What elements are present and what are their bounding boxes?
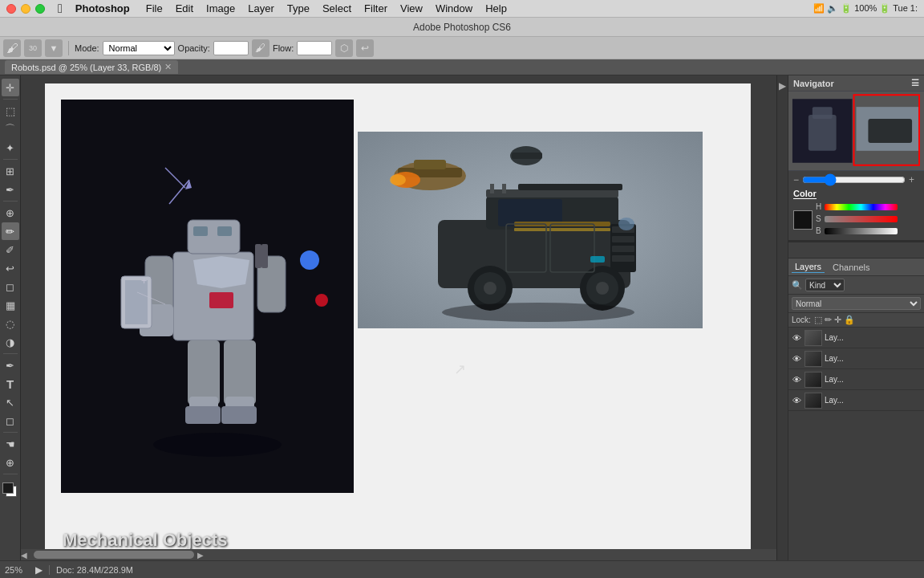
car-artwork <box>358 132 703 328</box>
lock-position-icon[interactable]: ✛ <box>834 315 841 325</box>
erase-to-history-icon[interactable]: ↩ <box>356 39 374 57</box>
filter-kind-select[interactable]: Kind Name Effect <box>805 279 845 291</box>
layer-row[interactable]: 👁 Lay... <box>788 390 924 411</box>
hue-slider[interactable] <box>825 204 898 210</box>
layer-mode-select[interactable]: Normal Multiply Screen <box>792 297 921 310</box>
panel-gap <box>788 242 924 258</box>
car-panel <box>358 132 703 328</box>
menu-apple[interactable]:  <box>51 0 69 17</box>
tool-move[interactable]: ✛ <box>2 79 19 96</box>
svg-point-19 <box>153 433 282 457</box>
lock-all-icon[interactable]: 🔒 <box>844 315 855 325</box>
status-playback-btn[interactable]: ▶ <box>35 564 43 576</box>
panel-collapse-toggle[interactable]: ▶ <box>776 75 788 560</box>
svg-rect-63 <box>813 107 833 119</box>
lock-transparent-icon[interactable]: ⬚ <box>814 315 822 325</box>
layer-row[interactable]: 👁 Lay... <box>788 328 924 348</box>
zoom-decrease-btn[interactable]: − <box>793 174 799 185</box>
channels-tab[interactable]: Channels <box>829 262 873 273</box>
canvas-label: Mechanical Objects <box>63 530 227 550</box>
svg-rect-38 <box>612 246 634 252</box>
opacity-input[interactable]: 100% <box>213 41 249 55</box>
layer-visibility-toggle[interactable]: 👁 <box>791 333 802 343</box>
airbrush-icon[interactable]: 🖌 <box>252 39 270 57</box>
tool-magic-wand[interactable]: ✦ <box>2 139 19 157</box>
tool-pen[interactable]: ✒ <box>2 356 19 374</box>
tool-lasso[interactable]: ⌒ <box>2 120 19 138</box>
menu-layer[interactable]: Layer <box>241 0 281 17</box>
tool-history[interactable]: ↩ <box>2 259 19 277</box>
sat-slider[interactable] <box>825 216 898 222</box>
foreground-color-swatch[interactable] <box>2 482 14 494</box>
zoom-slider[interactable] <box>802 177 906 183</box>
foreground-color-picker[interactable] <box>793 210 813 230</box>
doc-tab-active[interactable]: Robots.psd @ 25% (Layer 33, RGB/8) ✕ <box>5 60 178 74</box>
brightness-slider[interactable] <box>825 228 898 234</box>
layer-row[interactable]: 👁 Lay... <box>788 348 924 369</box>
menu-type[interactable]: Type <box>281 0 316 17</box>
flow-input[interactable]: 100% <box>297 41 332 55</box>
scroll-right-arrow[interactable]: ▶ <box>197 551 204 560</box>
tool-gradient[interactable]: ▦ <box>2 296 19 314</box>
menu-help[interactable]: Help <box>479 0 513 17</box>
tool-marquee[interactable]: ⬚ <box>2 102 19 120</box>
separator-1 <box>68 41 69 55</box>
layers-panel: Layers Channels 🔍 Kind Name Effect Norma… <box>788 258 924 560</box>
maximize-button[interactable] <box>35 4 45 14</box>
main-layout: ✛ ⬚ ⌒ ✦ ⊞ ✒ ⊕ ✏ ✐ ↩ ◻ ▦ ◌ ◑ ✒ T ↖ ◻ ☚ ⊕ <box>0 75 924 560</box>
tool-hand[interactable]: ☚ <box>2 435 19 453</box>
flow-jitter-icon[interactable]: ⬡ <box>335 39 353 57</box>
layer-visibility-toggle[interactable]: 👁 <box>791 375 802 385</box>
scroll-left-arrow[interactable]: ◀ <box>21 551 27 560</box>
svg-rect-34 <box>518 184 622 190</box>
minimize-button[interactable] <box>21 4 30 14</box>
menu-edit[interactable]: Edit <box>169 0 200 17</box>
doc-tab-close[interactable]: ✕ <box>164 62 172 72</box>
svg-rect-13 <box>188 340 220 405</box>
menu-photoshop[interactable]: Photoshop <box>69 0 136 17</box>
layer-visibility-toggle[interactable]: 👁 <box>791 354 802 364</box>
tool-eyedropper[interactable]: ✒ <box>2 181 19 198</box>
brush-options-btn[interactable]: ▼ <box>45 39 63 57</box>
brush-tool-icon[interactable]: 🖌 <box>3 39 21 57</box>
flow-label: Flow: <box>273 43 294 53</box>
tool-path-select[interactable]: ↖ <box>2 393 19 411</box>
horizontal-scrollbar[interactable]: ◀ ▶ <box>21 549 776 560</box>
tool-blur[interactable]: ◌ <box>2 315 19 332</box>
scroll-thumb[interactable] <box>34 551 194 559</box>
menu-select[interactable]: Select <box>316 0 358 17</box>
svg-rect-51 <box>590 256 605 263</box>
close-button[interactable] <box>6 4 16 14</box>
svg-rect-8 <box>188 220 240 254</box>
zoom-increase-btn[interactable]: + <box>909 174 914 185</box>
menu-file[interactable]: File <box>140 0 169 17</box>
tool-crop[interactable]: ⊞ <box>2 162 19 180</box>
layer-row[interactable]: 👁 Lay... <box>788 369 924 390</box>
layers-tab[interactable]: Layers <box>792 261 825 273</box>
menu-window[interactable]: Window <box>429 0 479 17</box>
menu-filter[interactable]: Filter <box>358 0 394 17</box>
brush-size-input[interactable]: 30 <box>24 39 42 57</box>
tool-shape[interactable]: ◻ <box>2 412 19 429</box>
tool-dodge[interactable]: ◑ <box>2 333 19 351</box>
canvas-content: + <box>45 83 751 557</box>
tool-type[interactable]: T <box>2 375 19 393</box>
color-tab[interactable]: Color <box>793 189 817 199</box>
mode-select[interactable]: Normal Multiply Screen <box>103 41 175 55</box>
mode-label: Mode: <box>75 43 99 53</box>
svg-rect-32 <box>490 184 494 193</box>
canvas-scroll[interactable]: + <box>21 75 776 560</box>
navigator-options-icon[interactable]: ☰ <box>911 78 919 88</box>
tool-zoom[interactable]: ⊕ <box>2 454 19 471</box>
tool-eraser[interactable]: ◻ <box>2 278 19 295</box>
doc-tab-title: Robots.psd @ 25% (Layer 33, RGB/8) <box>11 63 161 72</box>
tool-clone-stamp[interactable]: ✐ <box>2 241 19 258</box>
tool-healing[interactable]: ⊕ <box>2 204 19 222</box>
lock-image-icon[interactable]: ✏ <box>825 315 832 325</box>
layer-name-text: Lay... <box>825 396 922 405</box>
tool-brush[interactable]: ✏ <box>2 222 19 240</box>
svg-line-24 <box>165 168 185 188</box>
menu-view[interactable]: View <box>394 0 429 17</box>
menu-image[interactable]: Image <box>200 0 241 17</box>
layer-visibility-toggle[interactable]: 👁 <box>791 396 802 405</box>
